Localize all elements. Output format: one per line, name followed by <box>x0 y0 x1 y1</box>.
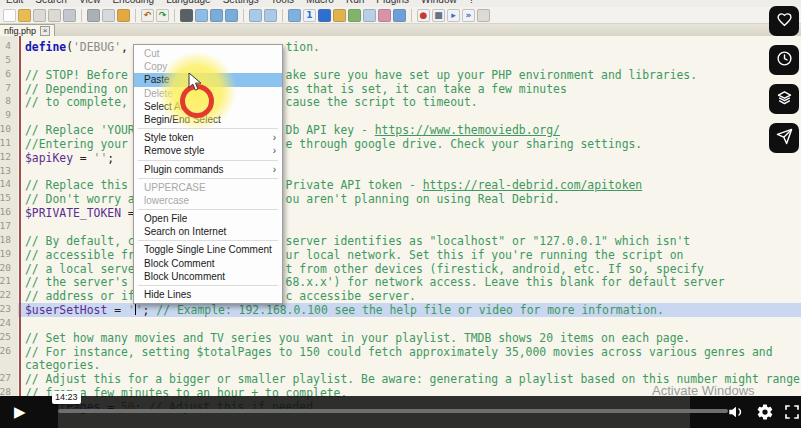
doc-monitor-icon[interactable] <box>393 9 406 22</box>
menu-plugins[interactable]: Plugins <box>370 0 415 6</box>
folder-workspace-icon[interactable] <box>378 9 391 22</box>
code-token: // Don't worry a <box>25 192 135 206</box>
volume-button[interactable] <box>727 403 745 425</box>
code-token: // Depending on <box>25 82 128 96</box>
save-all-icon[interactable] <box>48 9 61 22</box>
context-menu-item-toggle-single-line-comment[interactable]: Toggle Single Line Comment <box>134 243 282 256</box>
menu-search[interactable]: Search <box>29 0 73 6</box>
menu-?[interactable]: ? <box>463 0 481 6</box>
line-number: 13 <box>0 165 14 179</box>
zoom-in-icon[interactable] <box>210 9 223 22</box>
code-line: // address or if c accessibe server. <box>0 289 801 303</box>
context-menu-item-lowercase: lowercase <box>134 194 282 207</box>
code-token: ' <box>128 303 135 317</box>
settings-gear-icon[interactable] <box>756 403 774 425</box>
menu-settings[interactable]: Settings <box>217 0 265 6</box>
line-number: 10 <box>0 123 14 137</box>
fullscreen-icon[interactable] <box>783 403 801 425</box>
indent-guide-icon[interactable] <box>318 9 331 22</box>
cut-icon[interactable] <box>87 9 100 22</box>
find-icon[interactable] <box>180 9 193 22</box>
code-area: define('DEBUG', tion.// STOP! Before ake… <box>0 36 801 414</box>
function-list-icon[interactable] <box>363 9 376 22</box>
tab-label: nfig.php <box>4 26 36 36</box>
toolbar: ↶↷1●■▸» <box>0 7 801 24</box>
context-menu-item-plugin-commands[interactable]: Plugin commands› <box>134 163 282 176</box>
paste-icon[interactable] <box>117 9 130 22</box>
code-line: // For instance, setting $totalPages to … <box>0 345 801 359</box>
line-number <box>0 358 14 372</box>
code-token: // Replace this <box>25 178 128 192</box>
context-menu-item-remove-style[interactable]: Remove style› <box>134 144 282 157</box>
menu-macro[interactable]: Macro <box>300 0 340 6</box>
code-token: ; <box>143 303 157 317</box>
print-icon[interactable] <box>63 9 76 22</box>
code-token: $apiKey <box>25 151 73 165</box>
undock-icon[interactable] <box>249 9 262 22</box>
tab-config-php[interactable]: nfig.php × <box>0 24 55 36</box>
undo-icon[interactable]: ↶ <box>141 9 154 22</box>
menu-tools[interactable]: Tools <box>265 0 300 6</box>
open-folder-icon[interactable] <box>18 9 31 22</box>
tab-close-icon[interactable]: × <box>40 26 50 36</box>
menu-language[interactable]: Language <box>160 0 217 6</box>
context-menu-item-search-on-internet[interactable]: Search on Internet <box>134 225 282 238</box>
macro-save-icon[interactable] <box>477 9 490 22</box>
replace-icon[interactable] <box>195 9 208 22</box>
code-line <box>0 109 801 123</box>
context-menu-item-hide-lines[interactable]: Hide Lines <box>134 288 282 301</box>
play-button[interactable]: ▶ <box>14 401 26 423</box>
code-line: // Depending on es that is set, it can t… <box>0 82 801 96</box>
line-number: 25 <box>0 331 14 345</box>
code-token: tion. <box>286 40 320 54</box>
context-menu-item-block-comment[interactable]: Block Comment <box>134 257 282 270</box>
heart-icon <box>776 11 793 32</box>
context-menu-item-block-uncomment[interactable]: Block Uncomment <box>134 270 282 283</box>
watch-later-button[interactable] <box>769 45 799 75</box>
margin-divider <box>19 36 21 428</box>
zoom-out-icon[interactable] <box>225 9 238 22</box>
code-token: // address or if <box>25 289 135 303</box>
code-token: // Replace 'YOUR <box>25 123 135 137</box>
code-token: es that is set, it can take a few minute… <box>286 82 567 96</box>
code-token: c accessibe server. <box>286 289 416 303</box>
redo-icon[interactable]: ↷ <box>156 9 169 22</box>
toolbar-separator <box>282 9 283 22</box>
copy-icon[interactable] <box>102 9 115 22</box>
menu-encoding[interactable]: Encoding <box>106 0 160 6</box>
submenu-arrow-icon: › <box>273 131 276 144</box>
seek-bar[interactable] <box>58 409 728 413</box>
macro-stop-icon[interactable]: ■ <box>432 9 445 22</box>
code-token: e through google drive. Check your shari… <box>286 137 643 151</box>
context-menu-item-style-token[interactable]: Style token› <box>134 131 282 144</box>
line-number-gutter: 4567891011121314151617181920212223242526… <box>0 36 18 428</box>
macro-run-multiple-icon[interactable]: » <box>462 9 475 22</box>
code-token: https://www.themoviedb.org/ <box>375 123 560 137</box>
menu-run[interactable]: Run <box>340 0 370 6</box>
context-menu-separator <box>138 178 278 179</box>
playlist-button[interactable] <box>769 84 799 114</box>
line-numbers-icon[interactable]: 1 <box>303 9 316 22</box>
context-menu-item-open-file[interactable]: Open File <box>134 212 282 225</box>
editor-surface[interactable]: 4567891011121314151617181920212223242526… <box>0 36 801 428</box>
code-line: $PRIVATE_TOKEN = <box>0 206 801 220</box>
word-wrap-icon[interactable] <box>288 9 301 22</box>
line-number: 18 <box>0 234 14 248</box>
menu-window[interactable]: Window <box>415 0 463 6</box>
share-button[interactable] <box>769 123 799 153</box>
menu-view[interactable]: View <box>73 0 107 6</box>
code-token: // accessible fr <box>25 248 135 262</box>
new-file-icon[interactable] <box>3 9 16 22</box>
show-symbols-icon[interactable] <box>333 9 346 22</box>
code-token: categories. <box>25 358 100 372</box>
save-icon[interactable] <box>33 9 46 22</box>
macro-play-icon[interactable]: ▸ <box>447 9 460 22</box>
menu-edit[interactable]: Edit <box>0 0 29 6</box>
like-button[interactable] <box>769 6 799 36</box>
code-token: , <box>121 40 128 54</box>
macro-record-icon[interactable]: ● <box>417 9 430 22</box>
redock-icon[interactable] <box>264 9 277 22</box>
code-token: cause the script to timeout. <box>286 95 478 109</box>
doc-map-icon[interactable] <box>348 9 361 22</box>
line-number: 23 <box>0 303 14 317</box>
